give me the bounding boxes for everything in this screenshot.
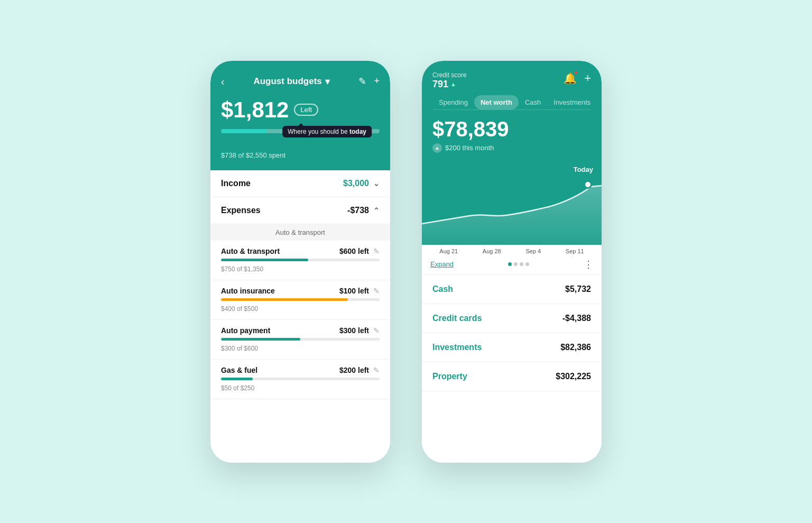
progress-fill — [221, 129, 267, 133]
chart-today-label: Today — [574, 166, 593, 173]
item-sub: $400 of $500 — [221, 305, 258, 313]
list-item[interactable]: Property $302,225 — [422, 362, 602, 391]
credit-trend-icon: ▲ — [450, 81, 456, 87]
page-title: August budgets ▾ — [253, 76, 329, 87]
item-sub: $300 of $600 — [221, 345, 258, 352]
list-item: Auto insurance $100 left ✎ $400 of $500 — [210, 280, 390, 320]
item-progress — [221, 298, 348, 301]
budgets-header: ‹ August budgets ▾ ✎ + $1,812 Left Where… — [210, 61, 390, 170]
card-value: $82,386 — [560, 343, 591, 352]
item-remaining: $600 left — [339, 247, 369, 255]
chart-current-dot — [584, 180, 592, 189]
amount-left-row: $1,812 Left — [221, 97, 380, 123]
dots-indicator — [508, 262, 529, 266]
net-worth-header: Credit score 791 ▲ 🔔 + Spending Net wort… — [422, 61, 602, 160]
income-label: Income — [221, 179, 251, 188]
item-name: Auto payment — [221, 326, 270, 335]
budgets-body: Income $3,000 ⌄ Expenses -$738 ⌃ Auto & … — [210, 170, 390, 463]
card-label: Credit cards — [432, 314, 482, 323]
net-worth-amount: $78,839 — [432, 117, 591, 141]
income-value: $3,000 ⌄ — [343, 179, 380, 188]
income-row[interactable]: Income $3,000 ⌄ — [210, 170, 390, 197]
chevron-up-icon: ⌃ — [373, 206, 380, 215]
card-label: Cash — [432, 285, 453, 294]
list-item: Auto & transport $600 left ✎ $750 of $1,… — [210, 241, 390, 280]
x-label: Aug 28 — [483, 248, 501, 254]
category-header: Auto & transport — [210, 224, 390, 241]
credit-score-label: Credit score — [432, 71, 467, 79]
expenses-value: -$738 ⌃ — [347, 206, 380, 215]
edit-item-icon[interactable]: ✎ — [373, 247, 380, 255]
tab-cash[interactable]: Cash — [519, 95, 547, 109]
add-button[interactable]: + — [584, 71, 591, 85]
list-item: Auto payment $300 left ✎ $300 of $600 — [210, 320, 390, 360]
card-value: -$4,388 — [562, 314, 591, 323]
amount-left-value: $1,812 — [221, 97, 289, 123]
expand-link[interactable]: Expand — [430, 260, 454, 268]
edit-item-icon[interactable]: ✎ — [373, 366, 380, 374]
notification-dot — [574, 71, 578, 75]
list-item[interactable]: Cash $5,732 — [422, 275, 602, 304]
item-name: Auto insurance — [221, 287, 275, 295]
chart-x-labels: Aug 21 Aug 28 Sep 4 Sep 11 — [422, 245, 602, 254]
nav-icons: ✎ + — [358, 76, 380, 87]
phone-budgets: ‹ August budgets ▾ ✎ + $1,812 Left Where… — [210, 61, 390, 463]
item-sub: $50 of $250 — [221, 384, 254, 392]
bell-wrapper: 🔔 — [564, 72, 577, 85]
up-arrow-icon: ▲ — [432, 143, 442, 153]
net-worth-chart: Today — [422, 160, 602, 245]
expand-row: Expand ⋮ — [422, 254, 602, 275]
list-item: Gas & fuel $200 left ✎ $50 of $250 — [210, 360, 390, 399]
expenses-label: Expenses — [221, 206, 261, 215]
left-badge: Left — [294, 104, 318, 116]
item-progress — [221, 259, 308, 261]
dot — [514, 262, 518, 266]
x-label: Aug 21 — [439, 248, 458, 254]
item-progress — [221, 378, 253, 380]
x-label: Sep 11 — [566, 248, 584, 254]
budget-progress-container: Where you should be today — [221, 129, 380, 133]
net-worth-sub: ▲ $200 this month — [432, 143, 591, 153]
dot — [525, 262, 529, 266]
top-bar: Credit score 791 ▲ 🔔 + — [432, 71, 591, 90]
back-button[interactable]: ‹ — [221, 76, 225, 88]
card-value: $5,732 — [565, 285, 591, 294]
list-item[interactable]: Investments $82,386 — [422, 333, 602, 362]
net-worth-cards: Cash $5,732 Credit cards -$4,388 Investm… — [422, 275, 602, 463]
item-remaining: $300 left — [339, 326, 369, 335]
card-value: $302,225 — [556, 372, 591, 381]
more-options-icon[interactable]: ⋮ — [584, 259, 593, 270]
edit-item-icon[interactable]: ✎ — [373, 287, 380, 295]
edit-icon[interactable]: ✎ — [358, 76, 366, 87]
item-remaining: $100 left — [339, 287, 369, 295]
top-icons: 🔔 + — [564, 71, 591, 85]
nav-bar: ‹ August budgets ▾ ✎ + — [221, 76, 380, 88]
tab-investments[interactable]: Investments — [547, 95, 597, 109]
tab-spending[interactable]: Spending — [432, 95, 474, 109]
chevron-down-icon: ⌄ — [373, 179, 380, 188]
credit-score-value: 791 ▲ — [432, 79, 467, 90]
edit-item-icon[interactable]: ✎ — [373, 326, 380, 335]
item-progress — [221, 338, 300, 341]
item-sub: $750 of $1,350 — [221, 265, 263, 273]
phone-net-worth: Credit score 791 ▲ 🔔 + Spending Net wort… — [422, 61, 602, 463]
item-name: Auto & transport — [221, 247, 280, 255]
item-remaining: $200 left — [339, 366, 369, 374]
dot-active — [508, 262, 512, 266]
list-item[interactable]: Credit cards -$4,388 — [422, 304, 602, 333]
tabs-row: Spending Net worth Cash Investments — [432, 95, 591, 110]
expenses-row[interactable]: Expenses -$738 ⌃ — [210, 197, 390, 224]
card-label: Investments — [432, 343, 482, 352]
tab-net-worth[interactable]: Net worth — [474, 95, 519, 109]
today-tooltip: Where you should be today — [282, 126, 372, 137]
dot — [520, 262, 523, 266]
credit-score-section: Credit score 791 ▲ — [432, 71, 467, 90]
card-label: Property — [432, 372, 467, 381]
add-icon[interactable]: + — [374, 76, 380, 87]
spent-label: $738 of $2,550 spent — [221, 151, 285, 159]
x-label: Sep 4 — [525, 248, 541, 254]
item-name: Gas & fuel — [221, 366, 257, 374]
